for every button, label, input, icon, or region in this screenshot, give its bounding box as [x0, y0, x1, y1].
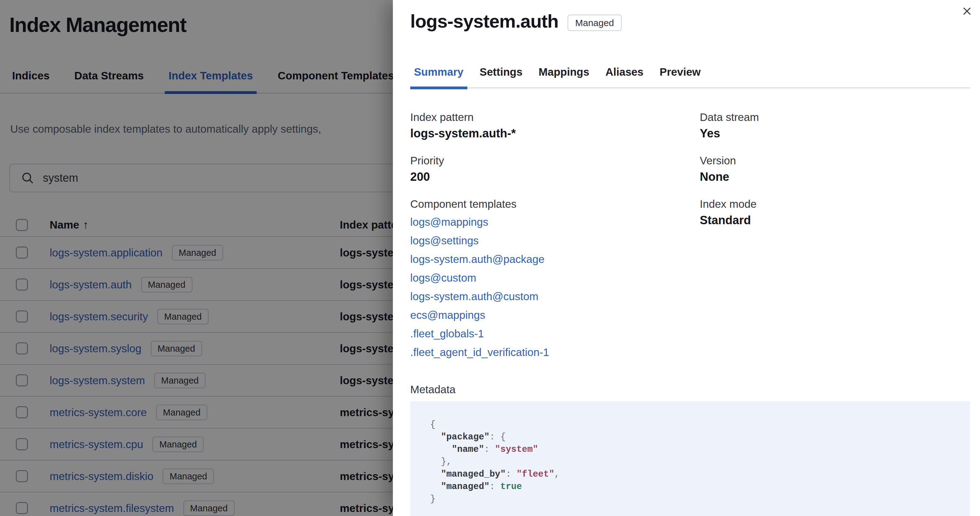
- flyout-tab-settings[interactable]: Settings: [476, 66, 526, 87]
- summary-right-column: Data stream Yes Version None Index mode …: [700, 110, 970, 375]
- code-line: {: [430, 419, 950, 431]
- component-template-link[interactable]: logs-system.auth@package: [410, 250, 700, 268]
- code-line: "managed": true: [430, 481, 950, 493]
- component-template-link[interactable]: .fleet_agent_id_verification-1: [410, 343, 700, 362]
- component-templates-label: Component templates: [410, 197, 700, 211]
- data-stream-value: Yes: [700, 126, 970, 141]
- code-line: }: [430, 493, 950, 505]
- flyout-tab-summary[interactable]: Summary: [410, 66, 467, 87]
- component-template-link[interactable]: logs@mappings: [410, 213, 700, 231]
- metadata-code-block: { "package": { "name": "system" }, "mana…: [410, 401, 970, 516]
- flyout-tabs: Summary Settings Mappings Aliases Previe…: [410, 66, 970, 88]
- close-icon: [962, 6, 972, 16]
- component-template-link[interactable]: logs-system.auth@custom: [410, 287, 700, 306]
- version-label: Version: [700, 154, 970, 167]
- managed-badge: Managed: [568, 14, 621, 31]
- code-line: "managed_by": "fleet",: [430, 468, 950, 481]
- template-details-flyout: logs-system.auth Managed Summary Setting…: [393, 0, 980, 516]
- flyout-header: logs-system.auth Managed: [410, 11, 622, 32]
- flyout-tab-mappings[interactable]: Mappings: [535, 66, 593, 87]
- flyout-tab-aliases[interactable]: Aliases: [602, 66, 648, 87]
- component-template-links: logs@mappingslogs@settingslogs-system.au…: [410, 213, 700, 362]
- code-line: "package": {: [430, 431, 950, 443]
- summary-left-column: Index pattern logs-system.auth-* Priorit…: [410, 110, 700, 375]
- flyout-close-button[interactable]: [959, 4, 974, 19]
- component-template-link[interactable]: logs@custom: [410, 268, 700, 287]
- flyout-summary-body: Index pattern logs-system.auth-* Priorit…: [410, 110, 970, 516]
- index-mode-label: Index mode: [700, 197, 970, 211]
- component-template-link[interactable]: ecs@mappings: [410, 306, 700, 324]
- flyout-title: logs-system.auth: [410, 11, 558, 32]
- index-mode-value: Standard: [700, 213, 970, 228]
- priority-label: Priority: [410, 154, 700, 167]
- component-template-link[interactable]: logs@settings: [410, 231, 700, 250]
- component-template-link[interactable]: .fleet_globals-1: [410, 324, 700, 343]
- index-pattern-label: Index pattern: [410, 110, 700, 124]
- version-value: None: [700, 169, 970, 184]
- code-line: },: [430, 456, 950, 468]
- code-line: "name": "system": [430, 443, 950, 456]
- data-stream-label: Data stream: [700, 110, 970, 124]
- index-pattern-value: logs-system.auth-*: [410, 126, 700, 141]
- metadata-label: Metadata: [410, 383, 970, 396]
- priority-value: 200: [410, 169, 700, 184]
- flyout-tab-preview[interactable]: Preview: [656, 66, 705, 87]
